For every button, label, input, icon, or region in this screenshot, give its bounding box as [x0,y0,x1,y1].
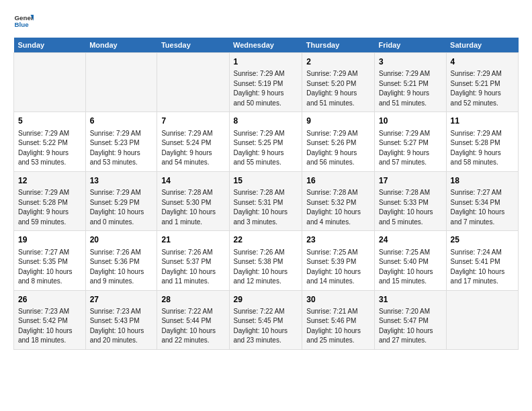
date-number: 11 [451,116,514,127]
date-number: 5 [18,116,81,127]
date-number: 10 [379,116,442,127]
calendar-cell: 23Sunrise: 7:25 AM Sunset: 5:39 PM Dayli… [302,231,375,290]
calendar-cell: 27Sunrise: 7:23 AM Sunset: 5:43 PM Dayli… [85,290,157,349]
calendar-cell: 7Sunrise: 7:29 AM Sunset: 5:24 PM Daylig… [157,112,229,171]
logo-icon: General Blue [13,11,34,31]
calendar-cell: 18Sunrise: 7:27 AM Sunset: 5:34 PM Dayli… [446,171,518,230]
calendar-cell: 30Sunrise: 7:21 AM Sunset: 5:46 PM Dayli… [302,290,375,349]
date-number: 17 [379,175,442,187]
date-number: 1 [234,56,298,68]
date-number: 8 [234,116,298,127]
calendar-cell: 16Sunrise: 7:28 AM Sunset: 5:32 PM Dayli… [302,171,375,230]
date-number: 30 [306,294,370,306]
date-number: 22 [234,234,298,246]
date-number: 20 [90,234,153,246]
calendar-cell: 10Sunrise: 7:29 AM Sunset: 5:27 PM Dayli… [374,112,446,171]
cell-content: Sunrise: 7:29 AM Sunset: 5:21 PM Dayligh… [379,69,442,108]
cell-content: Sunrise: 7:29 AM Sunset: 5:19 PM Dayligh… [234,69,298,108]
cell-content: Sunrise: 7:22 AM Sunset: 5:45 PM Dayligh… [234,307,298,346]
calendar-cell: 28Sunrise: 7:22 AM Sunset: 5:44 PM Dayli… [157,290,229,349]
cell-content: Sunrise: 7:25 AM Sunset: 5:40 PM Dayligh… [379,248,442,287]
calendar-cell: 31Sunrise: 7:20 AM Sunset: 5:47 PM Dayli… [374,290,446,349]
cell-content: Sunrise: 7:21 AM Sunset: 5:46 PM Dayligh… [306,307,370,346]
calendar-cell: 20Sunrise: 7:26 AM Sunset: 5:36 PM Dayli… [85,231,157,290]
date-number: 13 [90,175,153,187]
calendar-cell: 21Sunrise: 7:26 AM Sunset: 5:37 PM Dayli… [157,231,229,290]
cell-content: Sunrise: 7:29 AM Sunset: 5:27 PM Dayligh… [379,129,442,168]
calendar-cell: 13Sunrise: 7:29 AM Sunset: 5:29 PM Dayli… [85,171,157,230]
calendar-cell [14,53,86,112]
date-number: 27 [90,294,153,306]
day-header-sunday: Sunday [14,38,86,53]
calendar-cell [446,290,518,349]
svg-text:Blue: Blue [15,21,30,28]
cell-content: Sunrise: 7:29 AM Sunset: 5:25 PM Dayligh… [234,129,298,168]
calendar-week-1: 1Sunrise: 7:29 AM Sunset: 5:19 PM Daylig… [14,53,519,112]
date-number: 15 [234,175,298,187]
date-number: 4 [451,56,514,68]
cell-content: Sunrise: 7:28 AM Sunset: 5:32 PM Dayligh… [306,188,370,227]
calendar-cell: 29Sunrise: 7:22 AM Sunset: 5:45 PM Dayli… [229,290,302,349]
calendar-cell: 6Sunrise: 7:29 AM Sunset: 5:23 PM Daylig… [85,112,157,171]
calendar-cell: 17Sunrise: 7:28 AM Sunset: 5:33 PM Dayli… [374,171,446,230]
cell-content: Sunrise: 7:20 AM Sunset: 5:47 PM Dayligh… [379,307,442,346]
day-header-wednesday: Wednesday [229,38,302,53]
calendar-cell: 5Sunrise: 7:29 AM Sunset: 5:22 PM Daylig… [14,112,86,171]
cell-content: Sunrise: 7:26 AM Sunset: 5:38 PM Dayligh… [234,248,298,287]
calendar-week-3: 12Sunrise: 7:29 AM Sunset: 5:28 PM Dayli… [14,171,519,230]
calendar-week-2: 5Sunrise: 7:29 AM Sunset: 5:22 PM Daylig… [14,112,519,171]
cell-content: Sunrise: 7:28 AM Sunset: 5:33 PM Dayligh… [379,188,442,227]
date-number: 2 [306,56,370,68]
calendar-cell: 19Sunrise: 7:27 AM Sunset: 5:35 PM Dayli… [14,231,86,290]
calendar-cell: 25Sunrise: 7:24 AM Sunset: 5:41 PM Dayli… [446,231,518,290]
cell-content: Sunrise: 7:29 AM Sunset: 5:28 PM Dayligh… [451,129,514,168]
calendar-cell: 14Sunrise: 7:28 AM Sunset: 5:30 PM Dayli… [157,171,229,230]
calendar-cell: 8Sunrise: 7:29 AM Sunset: 5:25 PM Daylig… [229,112,302,171]
calendar-header-row: SundayMondayTuesdayWednesdayThursdayFrid… [14,38,519,53]
header: General Blue [13,11,519,31]
calendar-container: General Blue SundayMondayTuesdayWednesda… [0,0,532,411]
day-header-friday: Friday [374,38,446,53]
date-number: 7 [161,116,224,127]
date-number: 26 [18,294,81,306]
cell-content: Sunrise: 7:29 AM Sunset: 5:21 PM Dayligh… [451,69,514,108]
calendar-cell: 22Sunrise: 7:26 AM Sunset: 5:38 PM Dayli… [229,231,302,290]
calendar-cell: 24Sunrise: 7:25 AM Sunset: 5:40 PM Dayli… [374,231,446,290]
calendar-cell: 3Sunrise: 7:29 AM Sunset: 5:21 PM Daylig… [374,53,446,112]
calendar-cell: 15Sunrise: 7:28 AM Sunset: 5:31 PM Dayli… [229,171,302,230]
cell-content: Sunrise: 7:23 AM Sunset: 5:42 PM Dayligh… [18,307,81,346]
calendar-cell [157,53,229,112]
calendar-cell: 9Sunrise: 7:29 AM Sunset: 5:26 PM Daylig… [302,112,375,171]
cell-content: Sunrise: 7:22 AM Sunset: 5:44 PM Dayligh… [161,307,224,346]
date-number: 28 [161,294,224,306]
date-number: 21 [161,234,224,246]
calendar-cell: 4Sunrise: 7:29 AM Sunset: 5:21 PM Daylig… [446,53,518,112]
calendar-cell: 26Sunrise: 7:23 AM Sunset: 5:42 PM Dayli… [14,290,86,349]
cell-content: Sunrise: 7:26 AM Sunset: 5:36 PM Dayligh… [90,248,153,287]
cell-content: Sunrise: 7:29 AM Sunset: 5:23 PM Dayligh… [90,129,153,168]
cell-content: Sunrise: 7:23 AM Sunset: 5:43 PM Dayligh… [90,307,153,346]
calendar-cell: 12Sunrise: 7:29 AM Sunset: 5:28 PM Dayli… [14,171,86,230]
cell-content: Sunrise: 7:29 AM Sunset: 5:20 PM Dayligh… [306,69,370,108]
date-number: 25 [451,234,514,246]
date-number: 23 [306,234,370,246]
cell-content: Sunrise: 7:28 AM Sunset: 5:30 PM Dayligh… [161,188,224,227]
day-header-monday: Monday [85,38,157,53]
day-header-tuesday: Tuesday [157,38,229,53]
cell-content: Sunrise: 7:29 AM Sunset: 5:26 PM Dayligh… [306,129,370,168]
calendar-cell [85,53,157,112]
date-number: 12 [18,175,81,187]
cell-content: Sunrise: 7:24 AM Sunset: 5:41 PM Dayligh… [451,248,514,287]
calendar-table: SundayMondayTuesdayWednesdayThursdayFrid… [13,38,519,350]
date-number: 24 [379,234,442,246]
cell-content: Sunrise: 7:26 AM Sunset: 5:37 PM Dayligh… [161,248,224,287]
date-number: 18 [451,175,514,187]
date-number: 31 [379,294,442,306]
cell-content: Sunrise: 7:25 AM Sunset: 5:39 PM Dayligh… [306,248,370,287]
date-number: 16 [306,175,370,187]
cell-content: Sunrise: 7:29 AM Sunset: 5:22 PM Dayligh… [18,129,81,168]
cell-content: Sunrise: 7:29 AM Sunset: 5:24 PM Dayligh… [161,129,224,168]
day-header-thursday: Thursday [302,38,375,53]
date-number: 6 [90,116,153,127]
calendar-cell: 11Sunrise: 7:29 AM Sunset: 5:28 PM Dayli… [446,112,518,171]
